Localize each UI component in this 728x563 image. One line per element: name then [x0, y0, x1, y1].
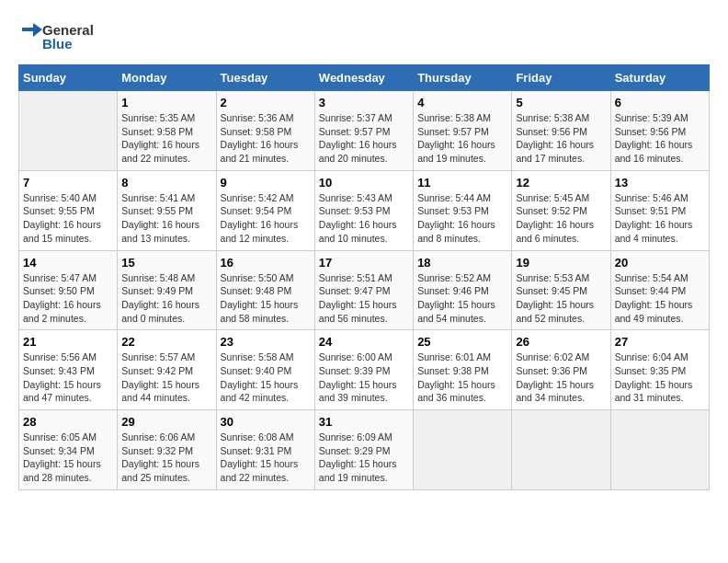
day-info: Sunrise: 5:56 AM Sunset: 9:43 PM Dayligh…	[23, 350, 113, 405]
day-number: 23	[221, 335, 311, 349]
day-info: Sunrise: 5:48 AM Sunset: 9:49 PM Dayligh…	[121, 271, 211, 326]
day-cell: 8Sunrise: 5:41 AM Sunset: 9:55 PM Daylig…	[118, 170, 216, 250]
day-cell: 28Sunrise: 6:05 AM Sunset: 9:34 PM Dayli…	[19, 410, 118, 490]
day-info: Sunrise: 5:52 AM Sunset: 9:46 PM Dayligh…	[417, 271, 507, 326]
day-info: Sunrise: 6:02 AM Sunset: 9:36 PM Dayligh…	[516, 350, 606, 405]
day-cell: 29Sunrise: 6:06 AM Sunset: 9:32 PM Dayli…	[118, 410, 216, 490]
day-cell: 17Sunrise: 5:51 AM Sunset: 9:47 PM Dayli…	[314, 250, 413, 330]
week-row-5: 28Sunrise: 6:05 AM Sunset: 9:34 PM Dayli…	[19, 410, 710, 490]
day-info: Sunrise: 5:47 AM Sunset: 9:50 PM Dayligh…	[23, 271, 113, 326]
day-cell	[512, 410, 610, 490]
day-number: 9	[221, 176, 311, 190]
day-info: Sunrise: 6:09 AM Sunset: 9:29 PM Dayligh…	[319, 431, 409, 485]
day-number: 13	[615, 176, 705, 190]
calendar-table: SundayMondayTuesdayWednesdayThursdayFrid…	[18, 64, 710, 490]
day-number: 12	[516, 176, 606, 190]
day-info: Sunrise: 5:45 AM Sunset: 9:52 PM Dayligh…	[516, 191, 606, 246]
day-number: 5	[516, 96, 606, 109]
day-number: 8	[121, 176, 211, 190]
week-row-2: 7Sunrise: 5:40 AM Sunset: 9:55 PM Daylig…	[19, 170, 710, 250]
day-info: Sunrise: 5:40 AM Sunset: 9:55 PM Dayligh…	[23, 191, 113, 246]
day-number: 30	[221, 415, 311, 429]
day-info: Sunrise: 5:46 AM Sunset: 9:51 PM Dayligh…	[615, 191, 705, 246]
col-header-thursday: Thursday	[414, 65, 512, 91]
day-cell: 12Sunrise: 5:45 AM Sunset: 9:52 PM Dayli…	[512, 170, 610, 250]
day-cell: 22Sunrise: 5:57 AM Sunset: 9:42 PM Dayli…	[118, 330, 216, 410]
day-info: Sunrise: 5:38 AM Sunset: 9:57 PM Dayligh…	[417, 111, 507, 166]
day-cell: 27Sunrise: 6:04 AM Sunset: 9:35 PM Dayli…	[610, 330, 709, 410]
col-header-friday: Friday	[512, 65, 610, 91]
day-cell	[19, 91, 118, 171]
day-number: 26	[516, 335, 606, 349]
day-info: Sunrise: 5:43 AM Sunset: 9:53 PM Dayligh…	[319, 191, 409, 246]
day-cell: 1Sunrise: 5:35 AM Sunset: 9:58 PM Daylig…	[118, 91, 216, 171]
day-cell: 15Sunrise: 5:48 AM Sunset: 9:49 PM Dayli…	[118, 250, 216, 330]
day-cell	[610, 410, 709, 490]
day-info: Sunrise: 6:00 AM Sunset: 9:39 PM Dayligh…	[319, 350, 409, 405]
day-number: 10	[319, 176, 409, 190]
day-info: Sunrise: 5:51 AM Sunset: 9:47 PM Dayligh…	[319, 271, 409, 326]
svg-text:Blue: Blue	[42, 36, 73, 52]
day-number: 19	[516, 256, 606, 270]
header-row: SundayMondayTuesdayWednesdayThursdayFrid…	[19, 65, 710, 91]
day-number: 15	[121, 256, 211, 270]
day-info: Sunrise: 5:42 AM Sunset: 9:54 PM Dayligh…	[221, 191, 311, 246]
day-number: 27	[615, 335, 705, 349]
day-info: Sunrise: 5:36 AM Sunset: 9:58 PM Dayligh…	[221, 111, 311, 166]
week-row-4: 21Sunrise: 5:56 AM Sunset: 9:43 PM Dayli…	[19, 330, 710, 410]
day-cell: 19Sunrise: 5:53 AM Sunset: 9:45 PM Dayli…	[512, 250, 610, 330]
svg-marker-0	[22, 23, 42, 37]
day-cell: 11Sunrise: 5:44 AM Sunset: 9:53 PM Dayli…	[414, 170, 512, 250]
day-cell: 26Sunrise: 6:02 AM Sunset: 9:36 PM Dayli…	[512, 330, 610, 410]
day-cell: 16Sunrise: 5:50 AM Sunset: 9:48 PM Dayli…	[216, 250, 314, 330]
day-info: Sunrise: 6:01 AM Sunset: 9:38 PM Dayligh…	[417, 350, 507, 405]
day-number: 4	[417, 96, 507, 109]
day-number: 6	[615, 96, 705, 109]
day-number: 22	[121, 335, 211, 349]
day-cell: 3Sunrise: 5:37 AM Sunset: 9:57 PM Daylig…	[314, 91, 413, 171]
day-number: 3	[319, 96, 409, 109]
day-number: 20	[615, 256, 705, 270]
day-cell: 13Sunrise: 5:46 AM Sunset: 9:51 PM Dayli…	[610, 170, 709, 250]
logo: GeneralBlue	[18, 18, 101, 55]
day-cell: 24Sunrise: 6:00 AM Sunset: 9:39 PM Dayli…	[314, 330, 413, 410]
day-cell: 20Sunrise: 5:54 AM Sunset: 9:44 PM Dayli…	[610, 250, 709, 330]
day-number: 1	[121, 96, 211, 109]
day-number: 2	[221, 96, 311, 109]
day-cell	[414, 410, 512, 490]
day-cell: 9Sunrise: 5:42 AM Sunset: 9:54 PM Daylig…	[216, 170, 314, 250]
col-header-monday: Monday	[118, 65, 216, 91]
day-info: Sunrise: 5:50 AM Sunset: 9:48 PM Dayligh…	[221, 271, 311, 326]
col-header-wednesday: Wednesday	[314, 65, 413, 91]
header: GeneralBlue	[18, 18, 710, 55]
day-cell: 7Sunrise: 5:40 AM Sunset: 9:55 PM Daylig…	[19, 170, 118, 250]
day-cell: 14Sunrise: 5:47 AM Sunset: 9:50 PM Dayli…	[19, 250, 118, 330]
day-info: Sunrise: 5:41 AM Sunset: 9:55 PM Dayligh…	[121, 191, 211, 246]
day-info: Sunrise: 6:08 AM Sunset: 9:31 PM Dayligh…	[221, 431, 311, 485]
col-header-sunday: Sunday	[19, 65, 118, 91]
day-cell: 4Sunrise: 5:38 AM Sunset: 9:57 PM Daylig…	[414, 91, 512, 171]
day-cell: 2Sunrise: 5:36 AM Sunset: 9:58 PM Daylig…	[216, 91, 314, 171]
day-number: 7	[23, 176, 113, 190]
day-cell: 5Sunrise: 5:38 AM Sunset: 9:56 PM Daylig…	[512, 91, 610, 171]
day-info: Sunrise: 5:38 AM Sunset: 9:56 PM Dayligh…	[516, 111, 606, 166]
day-info: Sunrise: 5:39 AM Sunset: 9:56 PM Dayligh…	[615, 111, 705, 166]
day-info: Sunrise: 5:53 AM Sunset: 9:45 PM Dayligh…	[516, 271, 606, 326]
col-header-tuesday: Tuesday	[216, 65, 314, 91]
day-info: Sunrise: 5:35 AM Sunset: 9:58 PM Dayligh…	[121, 111, 211, 166]
day-cell: 30Sunrise: 6:08 AM Sunset: 9:31 PM Dayli…	[216, 410, 314, 490]
day-number: 24	[319, 335, 409, 349]
col-header-saturday: Saturday	[610, 65, 709, 91]
day-cell: 6Sunrise: 5:39 AM Sunset: 9:56 PM Daylig…	[610, 91, 709, 171]
week-row-1: 1Sunrise: 5:35 AM Sunset: 9:58 PM Daylig…	[19, 91, 710, 171]
day-cell: 10Sunrise: 5:43 AM Sunset: 9:53 PM Dayli…	[314, 170, 413, 250]
day-cell: 31Sunrise: 6:09 AM Sunset: 9:29 PM Dayli…	[314, 410, 413, 490]
day-number: 17	[319, 256, 409, 270]
day-number: 29	[121, 415, 211, 429]
day-info: Sunrise: 5:58 AM Sunset: 9:40 PM Dayligh…	[221, 350, 311, 405]
day-cell: 21Sunrise: 5:56 AM Sunset: 9:43 PM Dayli…	[19, 330, 118, 410]
day-info: Sunrise: 5:37 AM Sunset: 9:57 PM Dayligh…	[319, 111, 409, 166]
day-number: 11	[417, 176, 507, 190]
day-info: Sunrise: 5:44 AM Sunset: 9:53 PM Dayligh…	[417, 191, 507, 246]
day-number: 25	[417, 335, 507, 349]
